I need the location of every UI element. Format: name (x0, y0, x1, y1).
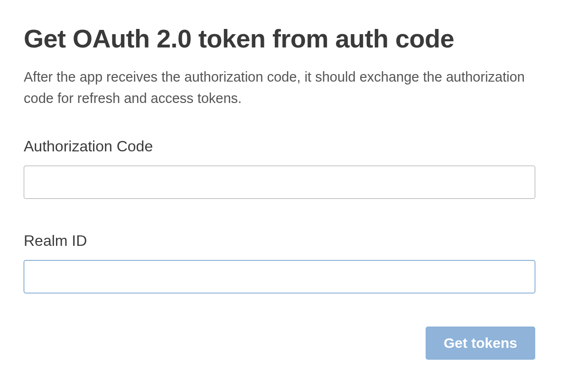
auth-code-label: Authorization Code (24, 138, 553, 155)
page-description: After the app receives the authorization… (24, 66, 536, 109)
auth-code-field-group: Authorization Code (24, 138, 553, 199)
auth-code-input[interactable] (24, 166, 535, 199)
button-row: Get tokens (24, 327, 535, 360)
realm-id-field-group: Realm ID (24, 232, 553, 293)
realm-id-input[interactable] (24, 260, 535, 293)
get-tokens-button[interactable]: Get tokens (426, 327, 535, 360)
page-title: Get OAuth 2.0 token from auth code (24, 24, 553, 53)
realm-id-label: Realm ID (24, 232, 553, 250)
